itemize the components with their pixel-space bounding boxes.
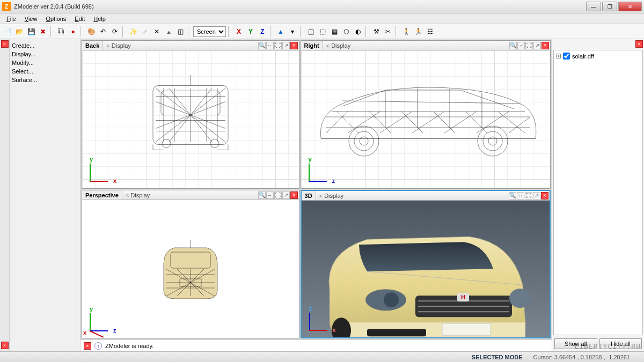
viewport-close-icon[interactable]: × <box>541 42 549 49</box>
axis-y-toggle[interactable]: Y <box>245 26 256 37</box>
viewport-close-icon[interactable]: × <box>541 192 548 200</box>
pan-icon[interactable]: ↔ <box>517 42 525 49</box>
tree-item[interactable]: + solair.dff <box>556 53 640 60</box>
zoom-icon[interactable]: 🔍 <box>509 192 516 200</box>
save-icon[interactable]: 💾 <box>26 26 36 37</box>
left-panel-close-bottom-icon[interactable]: × <box>1 342 9 349</box>
viewport-perspective[interactable]: Perspective Display 🔍 ↔ ⛶ ↗ × <box>82 190 299 338</box>
tool-a-icon[interactable]: ⚒ <box>371 26 382 37</box>
face-tool-icon[interactable]: ⟁ <box>163 26 174 37</box>
menu-help[interactable]: Help <box>89 14 110 23</box>
cmd-display[interactable]: Display... <box>11 50 79 58</box>
left-command-list: Create... Display... Modify... Select...… <box>10 39 80 351</box>
viewport-right-display[interactable]: Display <box>323 42 354 49</box>
magic-wand-icon[interactable]: ✨ <box>128 26 138 37</box>
coord-space-select[interactable]: Screen <box>193 26 226 37</box>
viewport-back-label[interactable]: Back <box>82 41 103 50</box>
object-tool-icon[interactable]: ◫ <box>175 26 186 37</box>
zoom-icon[interactable]: 🔍 <box>258 191 266 199</box>
console-close-icon[interactable]: × <box>84 342 91 350</box>
svg-point-8 <box>478 126 508 156</box>
walk-icon[interactable]: 🚶 <box>401 26 412 37</box>
fit-icon[interactable]: ⛶ <box>274 191 282 199</box>
axis-x-toggle[interactable]: X <box>233 26 244 37</box>
record-icon[interactable]: ● <box>68 26 78 37</box>
viewport-3d[interactable]: 3D Display 🔍 ↔ ⛶ ↗ × <box>301 190 551 338</box>
pan-icon[interactable]: ↔ <box>266 42 274 49</box>
axis-z-toggle[interactable]: Z <box>257 26 268 37</box>
info-icon: i <box>94 342 102 350</box>
maximize-button[interactable]: ❐ <box>602 2 617 11</box>
edge-tool-icon[interactable]: ⟋ <box>140 26 150 37</box>
skeleton-icon[interactable]: ☷ <box>425 26 435 37</box>
tree-item-checkbox[interactable] <box>563 53 570 60</box>
cmd-select[interactable]: Select... <box>11 67 79 76</box>
menu-options[interactable]: Options <box>41 14 70 23</box>
viewport-perspective-canvas[interactable]: y z x <box>82 200 299 338</box>
redo-icon[interactable]: ⟳ <box>109 26 120 37</box>
minimize-button[interactable]: — <box>586 2 601 11</box>
expand-icon[interactable]: ↗ <box>282 191 290 199</box>
expand-icon[interactable]: ↗ <box>533 42 541 49</box>
svg-text:H: H <box>461 294 465 300</box>
viewport-back-canvas[interactable]: y x <box>82 50 299 188</box>
expand-icon[interactable]: ↗ <box>282 42 290 49</box>
fit-icon[interactable]: ⛶ <box>274 42 282 49</box>
viewport-perspective-label[interactable]: Perspective <box>82 190 122 200</box>
scene-tree[interactable]: + solair.dff <box>553 50 643 335</box>
dropdown-icon[interactable]: ▾ <box>287 26 298 37</box>
zoom-icon[interactable]: 🔍 <box>509 42 517 49</box>
run-icon[interactable]: 🏃 <box>413 26 423 37</box>
svg-point-6 <box>354 131 374 151</box>
viewport-right-canvas[interactable]: y z <box>301 50 550 188</box>
viewport-back-display[interactable]: Display <box>103 42 134 49</box>
delete-icon[interactable]: ✖ <box>38 26 48 37</box>
viewport-back[interactable]: Back Display 🔍 ↔ ⛶ ↗ × <box>82 40 299 189</box>
viewport-3d-display[interactable]: Display <box>316 193 347 199</box>
axis-x-label: x <box>333 327 336 333</box>
viewport-grid: Back Display 🔍 ↔ ⛶ ↗ × <box>80 39 552 339</box>
viewport-3d-label[interactable]: 3D <box>302 191 316 200</box>
expand-icon[interactable]: ↗ <box>533 192 540 200</box>
main-area: × × Create... Display... Modify... Selec… <box>0 39 644 351</box>
close-button[interactable]: ✕ <box>618 2 642 11</box>
viewport-3d-tools: 🔍 ↔ ⛶ ↗ × <box>509 192 550 200</box>
vertex-tool-icon[interactable]: ✕ <box>151 26 162 37</box>
cmd-modify[interactable]: Modify... <box>11 58 79 67</box>
menu-file[interactable]: File <box>2 14 20 23</box>
shade-icon[interactable]: ◐ <box>353 26 363 37</box>
tool-b-icon[interactable]: ✂ <box>383 26 393 37</box>
undo-icon[interactable]: ↶ <box>98 26 108 37</box>
palette-icon[interactable]: 🎨 <box>86 26 97 37</box>
menu-view[interactable]: View <box>20 14 42 23</box>
fit-icon[interactable]: ⛶ <box>525 42 533 49</box>
menu-bar: File View Options Edit Help <box>0 13 644 24</box>
zoom-icon[interactable]: 🔍 <box>258 42 266 49</box>
cone-icon[interactable]: ▲ <box>275 26 286 37</box>
cube-icon[interactable]: ⬚ <box>317 26 328 37</box>
left-panel-close-top-icon[interactable]: × <box>1 40 9 48</box>
viewport-right[interactable]: Right Display 🔍 ↔ ⛶ ↗ × <box>301 40 551 189</box>
svg-point-3 <box>162 139 171 147</box>
viewport-close-icon[interactable]: × <box>290 191 298 199</box>
fit-icon[interactable]: ⛶ <box>525 192 532 200</box>
right-panel-close-icon[interactable]: × <box>635 40 643 48</box>
pan-icon[interactable]: ↔ <box>266 191 274 199</box>
tree-expand-icon[interactable]: + <box>556 54 561 58</box>
new-file-icon[interactable]: 📄 <box>2 26 13 37</box>
menu-edit[interactable]: Edit <box>70 14 89 23</box>
viewport-3d-canvas[interactable]: H z <box>302 201 550 337</box>
viewport-right-label[interactable]: Right <box>301 41 323 50</box>
viewport-perspective-display[interactable]: Display <box>122 192 153 198</box>
copy-icon[interactable]: ⿻ <box>56 26 67 37</box>
axis-x-label: x <box>113 178 116 184</box>
wireframe-icon[interactable]: ⬡ <box>341 26 352 37</box>
cmd-surface[interactable]: Surface... <box>11 76 79 84</box>
open-file-icon[interactable]: 📂 <box>14 26 25 37</box>
mesh-icon[interactable]: ▦ <box>329 26 340 37</box>
svg-point-10 <box>488 137 497 145</box>
cmd-create[interactable]: Create... <box>11 41 79 50</box>
viewport-close-icon[interactable]: × <box>290 42 298 49</box>
pan-icon[interactable]: ↔ <box>517 192 524 200</box>
box-select-icon[interactable]: ◫ <box>305 26 316 37</box>
